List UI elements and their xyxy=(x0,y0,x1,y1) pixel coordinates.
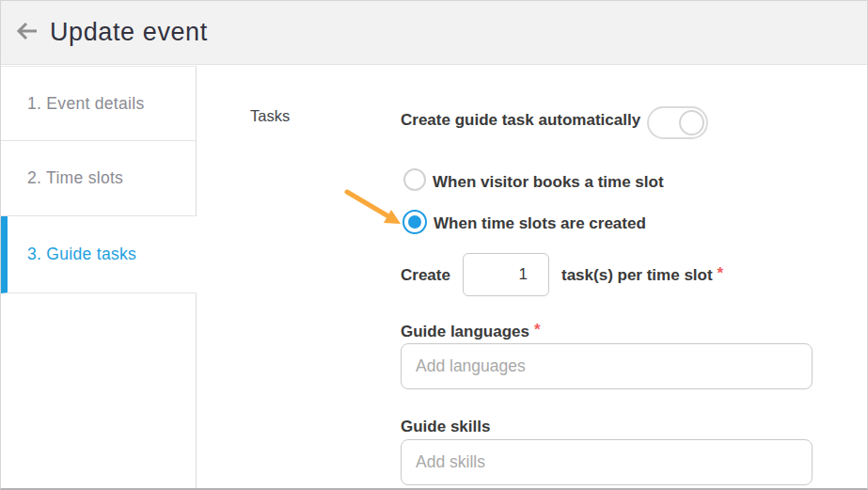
guide-languages-label-row: Guide languages* xyxy=(401,323,541,341)
page-title: Update event xyxy=(50,18,208,47)
auto-task-toggle[interactable] xyxy=(647,106,708,139)
radio-when-time-slots-created[interactable] xyxy=(402,210,427,234)
required-asterisk: * xyxy=(718,264,724,282)
radio-when-time-slots-created-label[interactable]: When time slots are created xyxy=(434,214,646,233)
guide-skills-label: Guide skills xyxy=(401,418,490,436)
radio-when-visitor-books[interactable] xyxy=(403,168,426,191)
sidebar-item-event-details[interactable]: 1. Event details xyxy=(1,66,197,141)
sidebar-filler xyxy=(1,293,197,488)
sidebar-steps: 1. Event details 2. Time slots 3. Guide … xyxy=(1,66,197,488)
radio-when-visitor-books-label[interactable]: When visitor books a time slot xyxy=(433,173,664,192)
create-count-suffix-label: task(s) per time slot xyxy=(561,266,713,284)
guide-skills-input[interactable] xyxy=(401,439,813,485)
sidebar-item-time-slots[interactable]: 2. Time slots xyxy=(1,141,197,216)
create-count-prefix-label: Create xyxy=(401,266,450,285)
create-count-suffix: task(s) per time slot* xyxy=(561,266,723,285)
annotation-arrow-icon xyxy=(343,185,405,234)
auto-task-toggle-label: Create guide task automatically xyxy=(401,111,640,130)
update-event-window: Update event 1. Event details 2. Time sl… xyxy=(0,0,868,490)
guide-languages-input[interactable] xyxy=(401,343,813,389)
sidebar-item-guide-tasks[interactable]: 3. Guide tasks xyxy=(1,216,197,293)
toggle-knob xyxy=(679,110,704,135)
header: Update event xyxy=(1,1,867,65)
tasks-per-slot-input[interactable] xyxy=(463,253,549,296)
radio-dot xyxy=(408,215,421,229)
back-button[interactable] xyxy=(11,17,43,49)
tasks-section-label: Tasks xyxy=(250,106,290,125)
required-asterisk: * xyxy=(534,321,541,339)
guide-languages-label: Guide languages xyxy=(401,323,529,340)
arrow-left-icon xyxy=(14,18,40,47)
